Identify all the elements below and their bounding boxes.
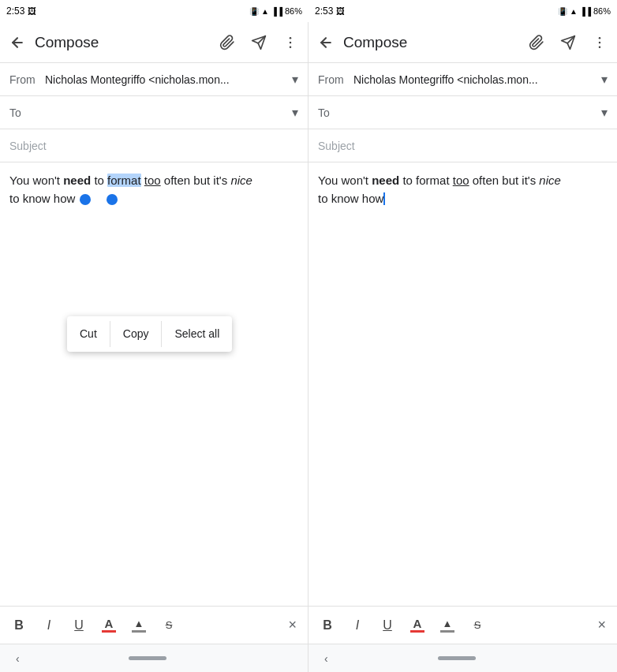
attach-button-left[interactable] <box>216 32 238 54</box>
from-label-left: From <box>9 73 45 86</box>
highlight-button-right[interactable]: ▲ <box>433 611 462 640</box>
selection-handle-right[interactable] <box>107 194 118 205</box>
selection-handle-left[interactable] <box>80 194 91 205</box>
underline-label-right: U <box>383 618 392 633</box>
compose-title-left: Compose <box>35 34 216 51</box>
from-label-right: From <box>318 73 353 86</box>
toolbar-icons-left <box>216 32 301 54</box>
photo-icon-left: 🖼 <box>28 6 36 16</box>
bold-button-left[interactable]: B <box>5 611 33 640</box>
to-row-left[interactable]: To ▾ <box>0 96 308 129</box>
toolbar-icons-right <box>525 32 611 54</box>
color-button-right[interactable]: A <box>403 611 432 640</box>
signal-icon-left: ▐▐ <box>271 7 282 16</box>
underline-button-left[interactable]: U <box>65 611 93 640</box>
attach-button-right[interactable] <box>525 32 548 54</box>
subject-row-left[interactable]: Subject <box>0 129 308 162</box>
toolbar-right: Compose <box>308 22 617 63</box>
close-format-button-left[interactable]: × <box>282 617 303 633</box>
body-text-left: You won't need to format too often but i… <box>9 172 298 207</box>
back-button-right[interactable] <box>315 32 337 54</box>
from-row-right: From Nicholas Montegriffo <nicholas.mon.… <box>308 63 617 96</box>
nav-bar-left: ‹ <box>0 644 308 672</box>
strikethrough-button-left[interactable]: S <box>155 611 183 640</box>
vibrate-icon-right: 📳 <box>558 7 567 16</box>
body-area-left[interactable]: Cut Copy Select all You won't need to fo… <box>0 162 308 606</box>
time-right: 2:53 <box>315 6 333 17</box>
toolbar-left: Compose <box>0 22 308 63</box>
nav-pill-right[interactable] <box>438 656 476 660</box>
status-bar: 2:53 🖼 📳 ▲ ▐▐ 86% 2:53 🖼 📳 ▲ ▐▐ 86% <box>0 0 617 22</box>
from-arrow-left[interactable]: ▾ <box>292 72 298 87</box>
from-arrow-right[interactable]: ▾ <box>601 72 608 87</box>
body-text-right: You won't need to format too often but i… <box>318 172 608 207</box>
more-button-right[interactable] <box>589 32 611 54</box>
context-menu-left: Cut Copy Select all <box>67 316 232 352</box>
status-bar-left: 2:53 🖼 📳 ▲ ▐▐ 86% <box>0 0 308 22</box>
panel-right: Compose From Nicholas Montegriffo <nicho… <box>308 22 617 644</box>
subject-row-right[interactable]: Subject <box>308 129 617 162</box>
time-left: 2:53 <box>6 6 24 17</box>
svg-point-7 <box>599 36 601 39</box>
body-part-2: too often but it's nice <box>141 174 252 187</box>
more-button-left[interactable] <box>279 32 301 54</box>
body-part-r1: You won't need to format too often but i… <box>318 174 561 187</box>
underline-label-left: U <box>74 618 84 633</box>
to-label-right: To <box>318 106 353 119</box>
from-row-left: From Nicholas Montegriffo <nicholas.mon.… <box>0 63 308 96</box>
panel-left: Compose From Nicholas Montegriffo <nicho… <box>0 22 308 644</box>
to-label-left: To <box>9 106 45 119</box>
nav-bar: ‹ ‹ <box>0 644 617 672</box>
format-toolbar-right: B I U A ▲ S × <box>308 606 617 644</box>
subject-label-right: Subject <box>318 140 355 152</box>
subject-label-left: Subject <box>9 140 47 152</box>
signal-icon-right: ▐▐ <box>580 7 591 16</box>
back-button-left[interactable] <box>6 32 28 54</box>
battery-right: 86% <box>593 6 611 16</box>
panels-container: Compose From Nicholas Montegriffo <nicho… <box>0 22 617 644</box>
from-value-left: Nicholas Montegriffo <nicholas.mon... <box>45 73 292 86</box>
photo-icon-right: 🖼 <box>336 6 345 16</box>
format-toolbar-left: B I U A ▲ S × <box>0 606 308 644</box>
color-button-left[interactable]: A <box>95 611 123 640</box>
close-format-button-right[interactable]: × <box>591 617 612 633</box>
selected-word: format <box>107 174 141 187</box>
nav-chevron-right[interactable]: ‹ <box>324 652 328 665</box>
nav-pill-left[interactable] <box>129 656 166 660</box>
wifi-icon-right: ▲ <box>570 7 578 16</box>
to-row-right[interactable]: To ▾ <box>308 96 617 129</box>
battery-left: 86% <box>285 6 302 16</box>
nav-chevron-left[interactable]: ‹ <box>16 652 20 665</box>
svg-point-4 <box>290 46 292 48</box>
nav-bar-right: ‹ <box>308 644 617 672</box>
italic-button-right[interactable]: I <box>343 611 372 640</box>
body-part-r2: to know how <box>318 192 383 205</box>
svg-point-9 <box>599 46 601 48</box>
status-bar-right: 2:53 🖼 📳 ▲ ▐▐ 86% <box>308 0 617 22</box>
strikethrough-button-right[interactable]: S <box>463 611 492 640</box>
compose-title-right: Compose <box>343 34 525 51</box>
body-area-right[interactable]: You won't need to format too often but i… <box>308 162 617 606</box>
text-cursor-right <box>383 192 385 205</box>
to-arrow-right[interactable]: ▾ <box>601 105 608 120</box>
italic-button-left[interactable]: I <box>35 611 63 640</box>
bold-button-right[interactable]: B <box>313 611 342 640</box>
copy-button[interactable]: Copy <box>110 321 163 347</box>
svg-point-3 <box>290 41 292 43</box>
highlight-button-left[interactable]: ▲ <box>125 611 153 640</box>
svg-point-2 <box>290 36 292 39</box>
vibrate-icon-left: 📳 <box>249 7 259 16</box>
to-arrow-left[interactable]: ▾ <box>292 105 298 120</box>
wifi-icon-left: ▲ <box>261 7 269 16</box>
underline-button-right[interactable]: U <box>373 611 402 640</box>
svg-point-8 <box>599 41 601 43</box>
body-part-3: to know how <box>9 192 75 205</box>
cut-button[interactable]: Cut <box>67 321 110 347</box>
from-value-right: Nicholas Montegriffo <nicholas.mon... <box>353 73 601 86</box>
select-all-button[interactable]: Select all <box>162 321 232 347</box>
send-button-left[interactable] <box>248 32 270 54</box>
body-part-1: You won't need to <box>9 174 107 187</box>
send-button-right[interactable] <box>557 32 579 54</box>
